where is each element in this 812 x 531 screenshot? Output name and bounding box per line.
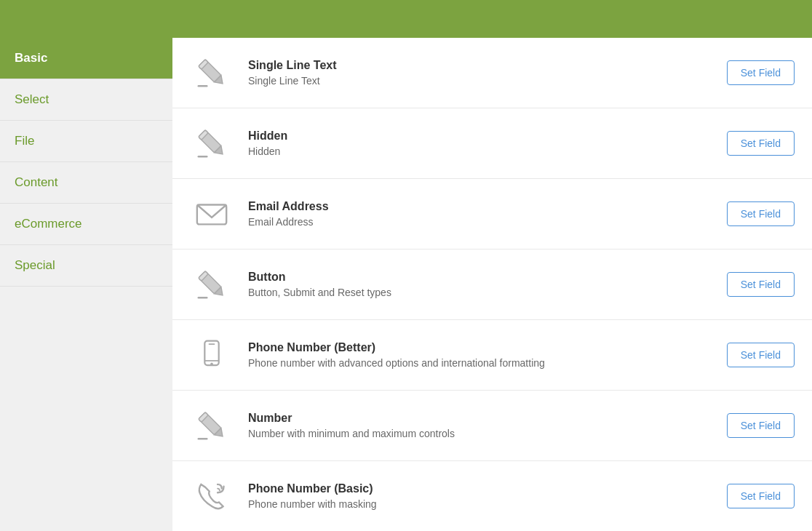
modal-header [0, 0, 812, 38]
field-row-email-address: Email AddressEmail AddressSet Field [172, 179, 812, 249]
sidebar-item-select[interactable]: Select [0, 79, 172, 121]
field-desc-hidden: Hidden [248, 145, 712, 157]
field-row-number: NumberNumber with minimum and maximum co… [172, 391, 812, 461]
field-desc-phone-basic: Phone number with masking [248, 498, 712, 510]
close-button[interactable] [786, 16, 797, 22]
set-field-button-hidden[interactable]: Set Field [727, 131, 795, 156]
pencil-icon [190, 404, 234, 447]
content-area: Single Line TextSingle Line TextSet Fiel… [172, 38, 812, 531]
mobile-icon [190, 333, 234, 377]
field-info-hidden: HiddenHidden [248, 129, 712, 157]
field-desc-phone-better: Phone number with advanced options and i… [248, 357, 712, 369]
field-name-button: Button [248, 271, 712, 284]
field-desc-email-address: Email Address [248, 216, 712, 228]
set-field-button-email-address[interactable]: Set Field [727, 201, 795, 226]
field-info-number: NumberNumber with minimum and maximum co… [248, 412, 712, 439]
sidebar-item-ecommerce[interactable]: eCommerce [0, 204, 172, 245]
set-field-button-phone-basic[interactable]: Set Field [727, 484, 795, 508]
field-row-phone-basic: Phone Number (Basic)Phone number with ma… [172, 461, 812, 531]
field-row-phone-better: Phone Number (Better)Phone number with a… [172, 320, 812, 391]
svg-point-15 [210, 363, 213, 366]
pencil-icon [190, 263, 234, 306]
sidebar-item-content[interactable]: Content [0, 162, 172, 204]
field-desc-button: Button, Submit and Reset types [248, 287, 712, 298]
field-desc-number: Number with minimum and maximum controls [248, 428, 712, 439]
phone-icon [190, 474, 234, 518]
sidebar: BasicSelectFileContenteCommerceSpecial [0, 38, 172, 531]
field-info-phone-better: Phone Number (Better)Phone number with a… [248, 341, 712, 369]
sidebar-item-basic[interactable]: Basic [0, 38, 172, 79]
field-name-phone-basic: Phone Number (Basic) [248, 482, 712, 495]
set-field-button-phone-better[interactable]: Set Field [727, 343, 795, 367]
field-row-hidden: HiddenHiddenSet Field [172, 108, 812, 179]
field-row-button: ButtonButton, Submit and Reset typesSet … [172, 249, 812, 320]
pencil-icon [190, 121, 234, 165]
pencil-icon [190, 51, 234, 95]
field-info-button: ButtonButton, Submit and Reset types [248, 271, 712, 298]
field-name-hidden: Hidden [248, 129, 712, 143]
set-field-button-button[interactable]: Set Field [727, 272, 795, 297]
set-field-button-single-line-text[interactable]: Set Field [727, 60, 795, 85]
field-info-single-line-text: Single Line TextSingle Line Text [248, 59, 712, 87]
modal-body: BasicSelectFileContenteCommerceSpecial S… [0, 38, 812, 531]
field-desc-single-line-text: Single Line Text [248, 75, 712, 87]
field-name-phone-better: Phone Number (Better) [248, 341, 712, 354]
field-name-number: Number [248, 412, 712, 425]
sidebar-item-special[interactable]: Special [0, 245, 172, 287]
field-info-email-address: Email AddressEmail Address [248, 200, 712, 228]
field-name-email-address: Email Address [248, 200, 712, 213]
set-field-button-number[interactable]: Set Field [727, 413, 795, 438]
field-row-single-line-text: Single Line TextSingle Line TextSet Fiel… [172, 38, 812, 108]
field-info-phone-basic: Phone Number (Basic)Phone number with ma… [248, 482, 712, 510]
fields-modal: BasicSelectFileContenteCommerceSpecial S… [0, 0, 812, 531]
sidebar-item-file[interactable]: File [0, 121, 172, 162]
email-icon [190, 192, 234, 236]
field-name-single-line-text: Single Line Text [248, 59, 712, 72]
